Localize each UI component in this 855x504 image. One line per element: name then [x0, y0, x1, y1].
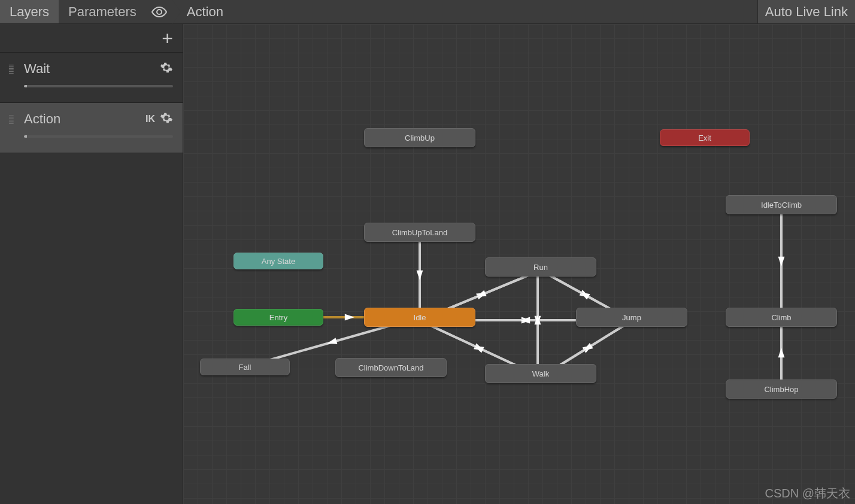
- layer-item-action[interactable]: ≡≡ Action IK: [0, 103, 183, 153]
- svg-marker-4: [417, 271, 423, 280]
- svg-marker-8: [477, 290, 487, 297]
- svg-point-0: [157, 10, 162, 14]
- eye-icon: [151, 6, 168, 18]
- svg-marker-16: [474, 346, 484, 353]
- toolbar-spacer: [227, 0, 757, 23]
- add-layer-row: +: [0, 24, 183, 53]
- state-node-climb[interactable]: Climb: [726, 308, 837, 327]
- visibility-toggle[interactable]: [146, 0, 172, 23]
- state-node-entry[interactable]: Entry: [234, 309, 323, 326]
- layer-weight-bar[interactable]: [24, 135, 173, 138]
- state-node-climbhop[interactable]: ClimbHop: [726, 379, 837, 399]
- breadcrumb-arrow: [172, 0, 181, 24]
- svg-marker-22: [535, 316, 541, 326]
- state-node-climbdowntoland[interactable]: ClimbDownToLand: [335, 358, 447, 377]
- svg-marker-26: [583, 345, 593, 353]
- svg-marker-12: [520, 317, 530, 324]
- gear-icon[interactable]: [160, 111, 173, 127]
- svg-marker-20: [580, 292, 590, 300]
- ik-badge: IK: [145, 114, 155, 125]
- layer-title: Action: [24, 111, 145, 127]
- svg-marker-10: [522, 317, 531, 324]
- state-node-fall[interactable]: Fall: [200, 359, 290, 375]
- watermark: CSDN @韩天衣: [765, 485, 850, 502]
- drag-handle-icon[interactable]: ≡≡: [8, 65, 19, 74]
- drag-handle-icon[interactable]: ≡≡: [8, 115, 19, 125]
- animator-toolbar: Layers Parameters Action Auto Live Link: [0, 0, 855, 24]
- auto-live-link-button[interactable]: Auto Live Link: [757, 0, 855, 23]
- state-node-idletoclimb[interactable]: IdleToClimb: [726, 195, 837, 214]
- animator-canvas[interactable]: CSDN @韩天衣 ClimbUpExitIdleToClimbClimbUpT…: [183, 24, 855, 504]
- svg-marker-30: [327, 338, 337, 344]
- state-node-exit[interactable]: Exit: [660, 129, 750, 146]
- svg-marker-14: [474, 344, 484, 351]
- state-node-run[interactable]: Run: [485, 257, 596, 277]
- tab-layers[interactable]: Layers: [0, 0, 59, 23]
- svg-marker-32: [778, 257, 785, 266]
- layers-sidebar: + ≡≡ Wait ≡≡ Action IK: [0, 24, 183, 504]
- tab-parameters[interactable]: Parameters: [59, 0, 146, 23]
- state-node-jump[interactable]: Jump: [576, 308, 687, 327]
- state-node-walk[interactable]: Walk: [485, 364, 596, 383]
- layer-item-wait[interactable]: ≡≡ Wait: [0, 53, 183, 103]
- layer-title: Wait: [24, 61, 160, 77]
- layer-body: Wait: [24, 61, 173, 87]
- breadcrumb-current[interactable]: Action: [183, 0, 227, 23]
- add-layer-button[interactable]: +: [162, 29, 173, 48]
- state-node-climbuptoland[interactable]: ClimbUpToLand: [364, 223, 475, 242]
- state-node-climbup[interactable]: ClimbUp: [364, 128, 475, 147]
- layer-weight-bar[interactable]: [24, 85, 173, 87]
- gear-icon[interactable]: [160, 61, 173, 77]
- svg-marker-34: [778, 348, 785, 357]
- svg-marker-18: [580, 290, 590, 297]
- state-node-anystate[interactable]: Any State: [234, 253, 323, 269]
- layer-body: Action IK: [24, 111, 173, 138]
- state-node-idle[interactable]: Idle: [364, 308, 475, 327]
- svg-marker-2: [345, 314, 354, 321]
- svg-marker-28: [583, 343, 593, 351]
- svg-marker-24: [535, 315, 541, 324]
- svg-marker-6: [476, 293, 486, 299]
